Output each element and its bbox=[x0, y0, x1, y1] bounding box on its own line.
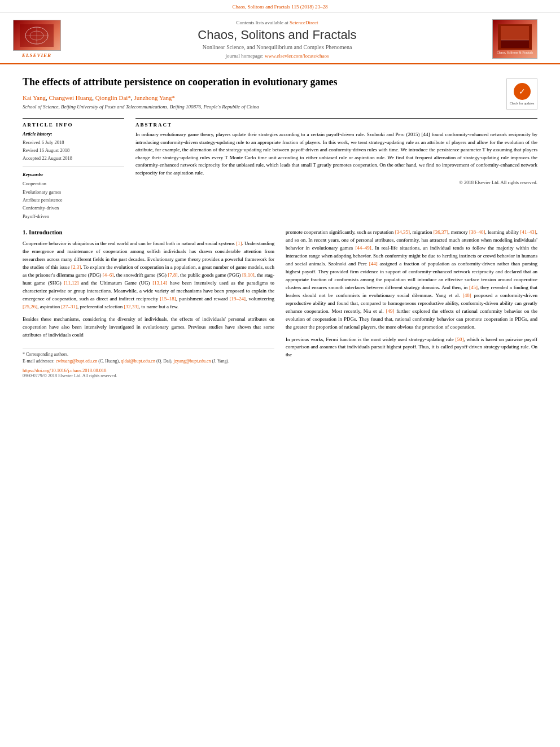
keyword-payoff-driven: Payoff-driven bbox=[23, 212, 124, 220]
author-kai-yang[interactable]: Kai Yang bbox=[23, 94, 46, 101]
ref-44[interactable]: [44] bbox=[369, 261, 378, 267]
issn-line: 0960-0779/© 2018 Elsevier Ltd. All right… bbox=[23, 373, 274, 378]
revised-date: Revised 16 August 2018 bbox=[23, 147, 124, 155]
author-junzhong-yang[interactable]: Junzhong Yang* bbox=[134, 94, 175, 101]
contents-text: Contents lists available at bbox=[237, 20, 288, 25]
history-label: Article history: bbox=[23, 131, 124, 137]
keyword-conformity-driven: Conformity-driven bbox=[23, 204, 124, 212]
ref-27-31[interactable]: [27–31] bbox=[62, 304, 78, 309]
ref-25-26[interactable]: [25,26] bbox=[23, 304, 37, 309]
journal-homepage: journal homepage: www.elsevier.com/locat… bbox=[62, 53, 492, 59]
intro-paragraph-1: Cooperative behavior is ubiquitous in th… bbox=[23, 240, 274, 311]
author-changwei-huang[interactable]: Changwei Huang bbox=[49, 94, 92, 101]
check-for-updates-badge: ✓ Check for updates bbox=[506, 78, 537, 110]
journal-main-title: Chaos, Solitons and Fractals bbox=[62, 28, 492, 42]
article-info-abstract: ARTICLE INFO Article history: Received 6… bbox=[23, 118, 537, 220]
affiliation: School of Science, Beijing University of… bbox=[23, 104, 537, 110]
footnote-section: * Corresponding authors. E-mail addresse… bbox=[23, 348, 274, 378]
homepage-label: journal homepage: bbox=[226, 53, 264, 59]
corresponding-note: * Corresponding authors. bbox=[23, 351, 274, 358]
article-title: The effects of attribute persistence on … bbox=[23, 76, 537, 89]
ref-13-14[interactable]: [13,14] bbox=[152, 280, 167, 286]
ref-36-37[interactable]: [36,37] bbox=[434, 229, 448, 235]
section-title-text: Introduction bbox=[29, 229, 63, 235]
ref-15-18[interactable]: [15–18] bbox=[160, 296, 176, 302]
svg-rect-6 bbox=[501, 26, 529, 40]
right-logo-text: Chaos, Solitons & Fractals bbox=[497, 51, 533, 54]
email-line: E-mail addresses: cwhuang@bupt.edu.cn (C… bbox=[23, 358, 274, 365]
body-content: 1. Introduction Cooperative behavior is … bbox=[23, 229, 537, 378]
emails-label: E-mail addresses: bbox=[23, 359, 55, 364]
elsevier-label: ELSEVIER bbox=[22, 53, 51, 58]
journal-subtitle: Nonlinear Science, and Nonequilibrium an… bbox=[62, 44, 492, 50]
abstract-text: In ordinary evolutionary game theory, pl… bbox=[135, 131, 537, 177]
journal-citation-bar: Chaos, Solitons and Fractals 115 (2018) … bbox=[0, 0, 560, 12]
article-content: ✓ Check for updates The effects of attri… bbox=[0, 64, 560, 390]
section-number: 1. bbox=[23, 229, 27, 235]
copyright: © 2018 Elsevier Ltd. All rights reserved… bbox=[135, 180, 537, 185]
page: Chaos, Solitons and Fractals 115 (2018) … bbox=[0, 0, 560, 747]
intro-title: 1. Introduction bbox=[23, 229, 274, 235]
ref-34-35[interactable]: [34,35] bbox=[395, 229, 410, 235]
keywords-label: Keywords: bbox=[23, 172, 124, 177]
title-area: ✓ Check for updates The effects of attri… bbox=[23, 76, 537, 89]
email-cwhuang[interactable]: cwhuang@bupt.edu.cn bbox=[56, 359, 98, 364]
ref-48[interactable]: [48] bbox=[463, 292, 471, 298]
ref-49[interactable]: [49] bbox=[386, 308, 395, 314]
elsevier-logo: ELSEVIER bbox=[11, 20, 62, 58]
journal-citation-link[interactable]: Chaos, Solitons and Fractals 115 (2018) … bbox=[233, 4, 328, 10]
keyword-evolutionary-games: Evolutionary games bbox=[23, 188, 124, 196]
check-label: Check for updates bbox=[510, 102, 535, 105]
email-qldai[interactable]: qldai@bupt.edu.cn bbox=[121, 359, 155, 364]
received-date: Received 6 July 2018 bbox=[23, 139, 124, 147]
keyword-cooperation: Cooperation bbox=[23, 180, 124, 187]
ref-1[interactable]: [1] bbox=[236, 241, 242, 246]
body-left-column: 1. Introduction Cooperative behavior is … bbox=[23, 229, 274, 378]
author-qionglin-dai[interactable]: Qionglin Dai* bbox=[95, 94, 131, 101]
ref-50[interactable]: [50] bbox=[456, 337, 464, 342]
homepage-link[interactable]: www.elsevier.com/locate/chaos bbox=[265, 53, 329, 59]
article-info-header: ARTICLE INFO bbox=[23, 122, 124, 128]
ref-9-10[interactable]: [9,10] bbox=[242, 272, 255, 278]
ref-41-43[interactable]: [41–43] bbox=[520, 229, 536, 235]
keywords-list: Cooperation Evolutionary games Attribute… bbox=[23, 180, 124, 220]
ref-44-49[interactable]: [44–49] bbox=[355, 245, 371, 251]
dates: Received 6 July 2018 Revised 16 August 2… bbox=[23, 139, 124, 162]
doi-link: https://doi.org/10.1016/j.chaos.2018.08.… bbox=[23, 368, 274, 373]
right-paragraph-1: promote cooperation significantly, such … bbox=[286, 229, 537, 331]
contents-line: Contents lists available at ScienceDirec… bbox=[62, 20, 492, 25]
intro-paragraph-2: Besides these mechanisms, considering th… bbox=[23, 316, 274, 339]
ref-45[interactable]: [45] bbox=[469, 285, 478, 290]
abstract-column: ABSTRACT In ordinary evolutionary game t… bbox=[135, 118, 537, 220]
journal-title-center: Contents lists available at ScienceDirec… bbox=[62, 20, 492, 59]
sciencedirect-link[interactable]: ScienceDirect bbox=[290, 20, 318, 25]
ref-2-3[interactable]: [2,3] bbox=[71, 264, 81, 270]
elsevier-logo-image bbox=[13, 20, 61, 51]
body-right-column: promote cooperation significantly, such … bbox=[286, 229, 537, 378]
svg-rect-7 bbox=[501, 40, 529, 48]
ref-11-12[interactable]: [11,12] bbox=[64, 280, 78, 286]
divider bbox=[23, 167, 124, 167]
authors: Kai Yang, Changwei Huang, Qionglin Dai*,… bbox=[23, 94, 537, 101]
right-paragraph-2: In previous works, Fermi function is the… bbox=[286, 336, 537, 360]
ref-32-33[interactable]: [32,33] bbox=[124, 304, 138, 309]
accepted-date: Accepted 22 August 2018 bbox=[23, 155, 124, 163]
keyword-attribute-persistence: Attribute persistence bbox=[23, 196, 124, 204]
ref-7-8[interactable]: [7,8] bbox=[168, 272, 177, 278]
doi-anchor[interactable]: https://doi.org/10.1016/j.chaos.2018.08.… bbox=[23, 368, 107, 373]
check-icon: ✓ bbox=[514, 83, 531, 100]
ref-4-6[interactable]: [4–6] bbox=[103, 272, 114, 278]
journal-header: ELSEVIER Contents lists available at Sci… bbox=[0, 12, 560, 64]
ref-19-24[interactable]: [19–24] bbox=[230, 296, 246, 302]
ref-38-40[interactable]: [38–40] bbox=[469, 229, 485, 235]
journal-logo-right: Chaos, Solitons & Fractals bbox=[492, 19, 537, 59]
article-info-column: ARTICLE INFO Article history: Received 6… bbox=[23, 118, 124, 220]
abstract-header: ABSTRACT bbox=[135, 122, 537, 128]
email-jzyang[interactable]: jzyang@bupt.edu.cn bbox=[174, 359, 211, 364]
